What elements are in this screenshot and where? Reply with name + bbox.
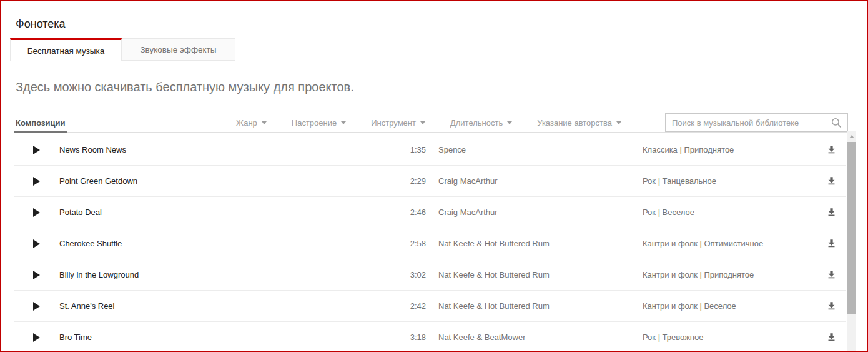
filter-dropdown[interactable]: Указание авторства	[537, 118, 621, 128]
download-button[interactable]	[817, 332, 846, 343]
play-icon	[33, 271, 40, 279]
track-title: Potato Deal	[59, 208, 401, 217]
download-icon	[826, 301, 837, 311]
download-button[interactable]	[817, 269, 846, 280]
track-title: Billy in the Lowground	[59, 270, 401, 279]
search-input[interactable]	[672, 118, 831, 128]
page-title: Фонотека	[16, 18, 867, 31]
download-icon	[826, 332, 837, 343]
play-icon	[33, 302, 40, 311]
track-artist: Nat Keefe & Hot Buttered Rum	[426, 239, 643, 248]
filter-label: Настроение	[292, 118, 337, 128]
library-search-box	[665, 113, 848, 132]
track-genre-mood: Кантри и фолк | Приподнятое	[643, 270, 817, 279]
play-button[interactable]	[14, 302, 59, 311]
track-genre-mood: Рок | Танцевальное	[643, 176, 817, 186]
chevron-down-icon	[341, 121, 346, 124]
track-artist: Craig MacArthur	[426, 208, 643, 217]
filter-dropdown[interactable]: Длительность	[450, 118, 512, 128]
page-subtitle: Здесь можно скачивать бесплатную музыку …	[16, 79, 867, 94]
track-row[interactable]: Billy in the Lowground 3:02 Nat Keefe & …	[14, 259, 846, 291]
play-icon	[33, 239, 40, 248]
track-row[interactable]: Cherokee Shuffle 2:58 Nat Keefe & Hot Bu…	[14, 228, 846, 259]
chevron-down-icon	[616, 121, 621, 124]
track-artist: Craig MacArthur	[426, 176, 643, 186]
download-icon	[826, 207, 837, 218]
track-artist: Nat Keefe & Hot Buttered Rum	[426, 301, 643, 311]
download-button[interactable]	[817, 301, 846, 311]
download-button[interactable]	[817, 144, 846, 155]
track-row[interactable]: Bro Time 3:18 Nat Keefe & BeatMower Рок …	[14, 322, 846, 352]
tab-label: Бесплатная музыка	[27, 46, 105, 56]
filter-label: Жанр	[236, 118, 257, 128]
list-toolbar: Композиции Жанр Настроение Инструмент	[14, 113, 848, 133]
tab-sound-effects[interactable]: Звуковые эффекты	[122, 38, 235, 61]
track-list: News Room News 1:35 Spence Классика | Пр…	[14, 134, 846, 352]
chevron-down-icon	[507, 121, 512, 124]
download-icon	[826, 176, 837, 186]
track-title: St. Anne's Reel	[59, 301, 401, 311]
play-icon	[33, 208, 40, 217]
chevron-up-icon[interactable]	[849, 135, 854, 138]
track-row[interactable]: Potato Deal 2:46 Craig MacArthur Рок | В…	[14, 197, 846, 228]
track-genre-mood: Классика | Приподнятое	[643, 145, 817, 154]
download-icon	[826, 144, 837, 155]
search-icon[interactable]	[831, 117, 842, 129]
filter-dropdown[interactable]: Инструмент	[371, 118, 425, 128]
tab-compositions[interactable]: Композиции	[14, 113, 67, 132]
filter-label: Длительность	[450, 118, 503, 128]
vertical-scrollbar[interactable]	[847, 131, 856, 351]
filter-bar: Жанр Настроение Инструмент Длительность	[236, 118, 621, 128]
chevron-down-icon	[262, 121, 267, 124]
download-button[interactable]	[817, 207, 846, 218]
play-icon	[33, 333, 40, 342]
track-duration: 1:35	[401, 145, 426, 154]
tab-label: Звуковые эффекты	[140, 45, 216, 54]
chevron-down-icon	[420, 121, 425, 124]
play-button[interactable]	[14, 271, 59, 279]
track-genre-mood: Рок | Веселое	[643, 208, 817, 217]
track-title: Bro Time	[59, 333, 401, 342]
section-tab-label: Композиции	[16, 118, 65, 128]
track-duration: 2:46	[401, 208, 426, 217]
download-button[interactable]	[817, 176, 846, 186]
audio-library-window: Фонотека Бесплатная музыка Звуковые эффе…	[0, 0, 868, 352]
download-icon	[826, 238, 837, 249]
track-duration: 2:29	[401, 176, 426, 186]
track-row[interactable]: Point Green Getdown 2:29 Craig MacArthur…	[14, 166, 846, 197]
filter-dropdown[interactable]: Жанр	[236, 118, 267, 128]
play-button[interactable]	[14, 146, 59, 154]
play-button[interactable]	[14, 208, 59, 217]
filter-label: Указание авторства	[537, 118, 612, 128]
play-button[interactable]	[14, 177, 59, 186]
filter-dropdown[interactable]: Настроение	[292, 118, 346, 128]
play-button[interactable]	[14, 239, 59, 248]
track-artist: Spence	[426, 145, 643, 154]
download-button[interactable]	[817, 238, 846, 249]
tab-free-music[interactable]: Бесплатная музыка	[10, 38, 122, 61]
scrollbar-thumb[interactable]	[847, 142, 856, 314]
track-artist: Nat Keefe & BeatMower	[426, 333, 643, 342]
track-row[interactable]: St. Anne's Reel 2:42 Nat Keefe & Hot But…	[14, 291, 846, 322]
play-icon	[33, 177, 40, 186]
track-genre-mood: Кантри и фолк | Оптимистичное	[643, 239, 817, 248]
filter-label: Инструмент	[371, 118, 416, 128]
download-icon	[826, 269, 837, 280]
track-artist: Nat Keefe & Hot Buttered Rum	[426, 270, 643, 279]
top-tabbar: Бесплатная музыка Звуковые эффекты	[1, 38, 867, 61]
track-title: Cherokee Shuffle	[59, 239, 401, 248]
track-duration: 2:42	[401, 301, 426, 311]
track-row[interactable]: News Room News 1:35 Spence Классика | Пр…	[14, 134, 846, 166]
track-title: News Room News	[59, 145, 401, 154]
track-genre-mood: Рок | Тревожное	[643, 333, 817, 342]
track-duration: 3:18	[401, 333, 426, 342]
play-icon	[33, 146, 40, 154]
track-duration: 3:02	[401, 270, 426, 279]
play-button[interactable]	[14, 333, 59, 342]
track-title: Point Green Getdown	[59, 176, 401, 186]
track-duration: 2:58	[401, 239, 426, 248]
track-genre-mood: Кантри и фолк | Веселое	[643, 301, 817, 311]
